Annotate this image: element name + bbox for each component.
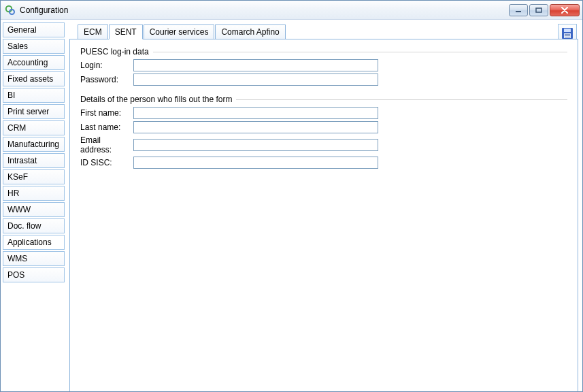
svg-rect-2 (516, 11, 521, 12)
last-name-label: Last name: (80, 122, 133, 132)
sisc-input[interactable] (133, 157, 378, 169)
divider (236, 99, 567, 100)
sidebar-item-label: WWW (7, 205, 31, 214)
sidebar-item-label: General (7, 25, 37, 35)
login-input[interactable] (133, 59, 378, 71)
main-panel: ECM SENT Courier services Comarch Apfino… (67, 20, 582, 391)
sidebar-item-label: Doc. flow (7, 221, 41, 231)
sidebar-item-pos[interactable]: POS (3, 267, 65, 282)
sidebar-item-label: HR (7, 189, 19, 198)
sidebar-item-doc-flow[interactable]: Doc. flow (3, 218, 65, 233)
group-login: PUESC log-in data Login: Password: (80, 46, 568, 88)
app-gear-icon (5, 5, 16, 16)
group-person-title-text: Details of the person who fills out the … (80, 95, 232, 104)
tab-label: Comarch Apfino (221, 27, 279, 37)
sidebar-item-label: Print server (7, 107, 49, 116)
svg-point-0 (6, 5, 12, 11)
first-name-label: First name: (80, 108, 133, 118)
sidebar: General Sales Accounting Fixed assets BI… (1, 20, 67, 391)
sidebar-item-fixed-assets[interactable]: Fixed assets (3, 71, 65, 86)
tab-sent[interactable]: SENT (109, 24, 143, 39)
window-title: Configuration (20, 5, 509, 15)
svg-rect-3 (536, 8, 542, 12)
divider (153, 52, 567, 52)
sidebar-item-label: BI (7, 91, 15, 100)
login-row: Login: (80, 59, 567, 71)
sidebar-item-crm[interactable]: CRM (3, 120, 65, 135)
group-person: Details of the person who fills out the … (80, 94, 568, 172)
tab-label: Courier services (150, 27, 209, 37)
last-name-input[interactable] (133, 121, 378, 133)
sidebar-item-general[interactable]: General (3, 22, 65, 37)
sidebar-item-sales[interactable]: Sales (3, 39, 65, 54)
tab-panel-sent: PUESC log-in data Login: Password: (69, 39, 578, 391)
titlebar: Configuration (1, 1, 582, 20)
sidebar-item-accounting[interactable]: Accounting (3, 55, 65, 70)
sidebar-item-label: Fixed assets (7, 74, 53, 84)
first-name-row: First name: (80, 107, 567, 119)
sidebar-item-hr[interactable]: HR (3, 186, 65, 201)
sisc-row: ID SISC: (80, 157, 567, 169)
maximize-button[interactable] (529, 4, 548, 16)
sidebar-item-label: KSeF (7, 172, 28, 182)
tab-courier-services[interactable]: Courier services (144, 24, 215, 39)
client-area: General Sales Accounting Fixed assets BI… (1, 20, 582, 391)
group-person-title: Details of the person who fills out the … (80, 95, 567, 104)
group-login-title: PUESC log-in data (80, 47, 567, 56)
tab-label: ECM (84, 27, 102, 37)
email-row: Email address: (80, 135, 567, 154)
close-button[interactable] (550, 4, 580, 16)
sisc-label: ID SISC: (80, 158, 133, 167)
sidebar-item-ksef[interactable]: KSeF (3, 169, 65, 184)
first-name-input[interactable] (133, 107, 378, 119)
tab-comarch-apfino[interactable]: Comarch Apfino (215, 24, 285, 39)
sidebar-item-label: POS (7, 270, 24, 280)
sidebar-item-applications[interactable]: Applications (3, 235, 65, 250)
sidebar-item-label: Applications (7, 238, 52, 247)
password-label: Password: (80, 75, 133, 84)
sidebar-item-label: CRM (7, 123, 26, 133)
configuration-window: Configuration (0, 0, 583, 392)
login-label: Login: (80, 61, 133, 70)
password-input[interactable] (133, 74, 378, 86)
password-row: Password: (80, 74, 567, 86)
email-label: Email address: (80, 135, 133, 154)
sidebar-item-label: Sales (7, 42, 28, 51)
sidebar-item-intrastat[interactable]: Intrastat (3, 153, 65, 168)
sidebar-item-www[interactable]: WWW (3, 202, 65, 217)
sidebar-item-manufacturing[interactable]: Manufacturing (3, 137, 65, 152)
tab-label: SENT (115, 27, 137, 37)
sidebar-item-label: Manufacturing (7, 140, 59, 149)
tab-ecm[interactable]: ECM (78, 24, 108, 39)
window-controls (509, 4, 580, 16)
tab-strip: ECM SENT Courier services Comarch Apfino (69, 24, 578, 39)
email-input[interactable] (133, 139, 378, 151)
last-name-row: Last name: (80, 121, 567, 133)
sidebar-item-wms[interactable]: WMS (3, 251, 65, 266)
group-login-title-text: PUESC log-in data (80, 47, 149, 56)
sidebar-item-label: Intrastat (7, 156, 37, 165)
minimize-button[interactable] (509, 4, 528, 16)
sidebar-item-label: WMS (7, 254, 27, 263)
sidebar-item-print-server[interactable]: Print server (3, 104, 65, 119)
sidebar-item-bi[interactable]: BI (3, 88, 65, 103)
sidebar-item-label: Accounting (7, 58, 48, 67)
